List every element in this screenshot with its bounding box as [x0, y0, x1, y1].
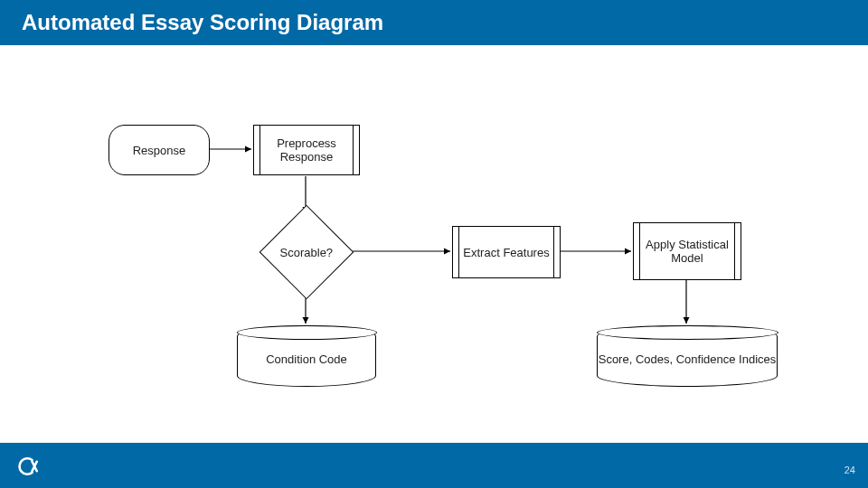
page-number: 24	[844, 465, 855, 475]
node-scorable-label: Scorable?	[280, 245, 334, 258]
node-preprocess-label: Preprocess Response	[254, 136, 359, 164]
node-response-label: Response	[133, 144, 186, 157]
node-condition-code: Condition Code	[237, 325, 376, 387]
node-scorable: Scorable?	[259, 205, 354, 300]
title-bar: Automated Essay Scoring Diagram	[0, 0, 868, 45]
brand-logo-icon	[16, 454, 42, 479]
node-extract-label: Extract Features	[463, 246, 549, 259]
node-output: Score, Codes, Confidence Indices	[597, 325, 778, 387]
node-output-label: Score, Codes, Confidence Indices	[599, 347, 777, 366]
node-condition-label: Condition Code	[266, 347, 347, 366]
node-preprocess: Preprocess Response	[253, 125, 360, 175]
node-apply-model: Apply Statistical Model	[633, 222, 741, 280]
page-title: Automated Essay Scoring Diagram	[22, 10, 383, 35]
diagram-canvas: Response Preprocess Response Scorable? C…	[0, 45, 868, 443]
node-extract-features: Extract Features	[452, 226, 561, 278]
node-response: Response	[108, 125, 210, 175]
footer-bar: 24	[0, 443, 868, 488]
node-apply-label: Apply Statistical Model	[634, 238, 741, 265]
